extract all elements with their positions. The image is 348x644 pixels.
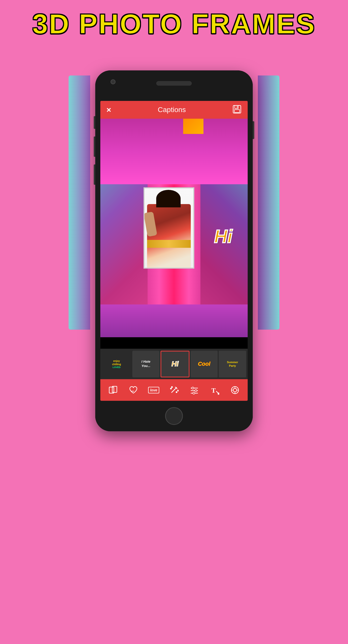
svg-point-12 — [176, 392, 177, 393]
svg-point-17 — [195, 390, 197, 392]
photo-canvas: Hi — [100, 119, 248, 337]
sticker-enjoy[interactable]: enjoychilling LOVED — [102, 351, 131, 377]
app-title-container: 3D PHOTO FRAMES — [32, 8, 315, 40]
sticker-hi[interactable]: Hi — [161, 351, 189, 377]
power-button — [253, 121, 254, 139]
sticker-summer-party[interactable]: SummerParty — [219, 351, 246, 377]
heart-sticker-tool[interactable]: ♥♥ — [124, 381, 142, 399]
close-button[interactable]: × — [106, 105, 111, 115]
svg-point-19 — [193, 392, 195, 394]
tunnel-ceiling — [100, 119, 248, 184]
text-tool[interactable]: T — [206, 381, 224, 399]
canvas-right-ext — [258, 75, 279, 330]
save-button[interactable] — [232, 105, 242, 115]
top-bar: × Captions — [100, 101, 248, 119]
silent-button — [94, 164, 95, 185]
svg-point-13 — [178, 390, 179, 391]
earpiece-speaker — [156, 81, 192, 86]
phone-wrapper: × Captions — [85, 50, 263, 457]
svg-line-8 — [175, 387, 177, 388]
phone-body: × Captions — [95, 70, 253, 431]
frames-tool[interactable] — [104, 381, 122, 399]
volume-up-button — [94, 116, 95, 129]
heart-icon: ♥♥ — [129, 386, 138, 395]
orange-accent — [183, 119, 203, 134]
frames-icon — [108, 386, 118, 395]
svg-point-24 — [233, 388, 237, 392]
sticker-cool-label: Cool — [198, 361, 210, 367]
home-button[interactable] — [165, 407, 183, 425]
adjust-tool[interactable] — [185, 381, 203, 399]
saree-body — [147, 204, 191, 268]
svg-point-22 — [218, 393, 219, 394]
tunnel-floor — [100, 304, 248, 337]
svg-point-15 — [192, 387, 194, 389]
magic-wand-icon — [169, 386, 179, 395]
volume-down-button — [94, 136, 95, 157]
svg-point-11 — [170, 388, 171, 389]
svg-rect-2 — [234, 110, 240, 113]
svg-line-9 — [177, 388, 177, 389]
hair — [156, 190, 181, 207]
saree-border — [147, 240, 191, 248]
sliders-icon — [190, 386, 199, 395]
sticker-summer-label: SummerParty — [227, 360, 238, 368]
svg-text:♥♥: ♥♥ — [132, 390, 134, 392]
sticker-bar: enjoychilling LOVED I HateYou... Hi Cool — [100, 349, 248, 379]
svg-rect-1 — [235, 105, 238, 109]
love-text-tool[interactable]: love — [145, 381, 163, 399]
sticker-hi-label: Hi — [171, 360, 179, 368]
love-text-icon: love — [148, 387, 159, 393]
magic-wand-tool[interactable] — [165, 381, 183, 399]
hi-sticker-canvas[interactable]: Hi — [214, 226, 232, 247]
photo-frame — [144, 187, 194, 269]
phone-bottom — [95, 401, 253, 431]
save-icon — [232, 105, 242, 114]
target-icon — [230, 386, 240, 395]
text-T-icon: T — [210, 386, 219, 395]
svg-point-10 — [171, 387, 172, 388]
target-tool[interactable] — [226, 381, 244, 399]
sticker-enjoy-sublabel: LOVED — [112, 366, 121, 369]
person-image — [145, 188, 193, 268]
tool-bar: ♥♥ love — [100, 379, 248, 401]
front-camera — [110, 79, 116, 84]
phone-top — [95, 70, 253, 103]
sticker-hate-you[interactable]: I HateYou... — [132, 351, 160, 377]
sticker-hate-label: I HateYou... — [141, 360, 150, 368]
svg-text:T: T — [211, 387, 216, 394]
phone-screen: × Captions — [100, 101, 248, 401]
tunnel-background: Hi — [100, 119, 248, 337]
sticker-cool[interactable]: Cool — [191, 351, 218, 377]
screen-title: Captions — [158, 106, 186, 114]
canvas-left-ext — [69, 75, 90, 330]
sticker-enjoy-label: enjoychilling — [112, 359, 121, 366]
app-title: 3D PHOTO FRAMES — [32, 8, 315, 40]
